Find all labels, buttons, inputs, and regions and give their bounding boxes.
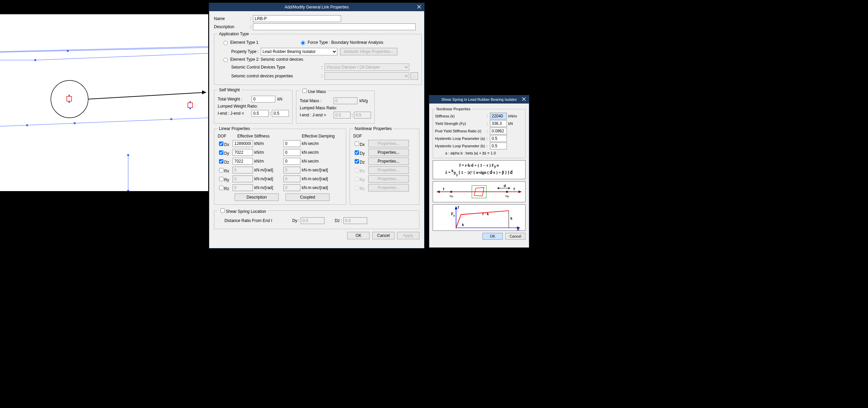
nl-dz-properties-button[interactable]: Properties... [368, 157, 409, 165]
shear-dialog-titlebar[interactable]: Shear Spring in Lead Rubber Bearing Isol… [429, 95, 529, 104]
seismic-prop-select[interactable] [324, 72, 409, 80]
shear-cancel-button[interactable]: Cancel [505, 233, 526, 240]
seismic-prop-browse-button[interactable]: ... [411, 72, 418, 80]
shear-dy-input[interactable] [301, 217, 324, 224]
dof-header: DOF [218, 134, 237, 138]
svg-line-0 [0, 47, 208, 52]
nonlinear-props-legend: Nonlinear Properties [435, 107, 472, 111]
damping-unit: kN·m·sec/[rad] [300, 168, 328, 172]
linear-properties-group: Linear Properties DOF Effective Stiffnes… [214, 126, 346, 205]
linear-row-rz: Rz kN·m/[rad] kN·m·sec/[rad] [218, 183, 342, 192]
close-icon[interactable] [416, 4, 422, 10]
description-button[interactable]: Description [235, 193, 279, 201]
svg-line-5 [35, 53, 208, 60]
element-type-2-radio[interactable]: Element Type 2: Seismic control devices [222, 57, 418, 62]
damping-dy-input[interactable] [283, 149, 300, 156]
shear-spring-checkbox[interactable]: Shear Spring Location [219, 209, 266, 214]
description-input[interactable] [253, 23, 416, 30]
svg-point-13 [51, 80, 88, 118]
nl-ry-checkbox[interactable]: Ry [353, 176, 368, 182]
nl-dx-checkbox[interactable]: Dx [353, 141, 368, 147]
force-type-radio[interactable]: Force Type : Boundary Nonlinear Analysis [299, 40, 383, 45]
mass-iend-input[interactable] [334, 112, 351, 118]
svg-text:r · k: r · k [482, 212, 489, 216]
dof-rx-checkbox[interactable]: Rx [218, 167, 233, 173]
nl-rz-properties-button[interactable]: Properties... [368, 184, 409, 191]
name-input[interactable] [253, 15, 341, 22]
total-mass-input[interactable] [334, 97, 357, 104]
shear-ok-button[interactable]: OK [482, 233, 503, 240]
apply-button[interactable]: Apply [397, 232, 419, 239]
param-input[interactable] [490, 120, 507, 127]
param-label: Hysteretic Loop Parameter (b) [435, 144, 487, 148]
nl-ry-properties-button[interactable]: Properties... [368, 175, 409, 183]
seismic-prop-label: Seismic control devices properties [231, 74, 319, 78]
dy-label: Dy : [292, 218, 299, 223]
stiffness-dz-input[interactable] [233, 158, 253, 165]
nonlinear-props-group: Nonlinear Properties Stiffness (k) : kN/… [433, 107, 526, 158]
param-input[interactable] [490, 135, 507, 142]
svg-point-9 [170, 118, 172, 120]
nl-rz-checkbox[interactable]: Rz [353, 185, 368, 191]
cancel-button[interactable]: Cancel [372, 232, 395, 239]
dof-ry-checkbox[interactable]: Ry [218, 176, 233, 182]
stiffness-unit: kN/m [253, 159, 283, 164]
stiffness-rx-input[interactable] [233, 167, 253, 173]
damping-unit: kN·sec/m [300, 159, 319, 164]
damping-rx-input[interactable] [283, 167, 300, 173]
nl-rx-properties-button[interactable]: Properties... [368, 166, 409, 174]
stiffness-dy-input[interactable] [233, 149, 253, 156]
shear-dz-input[interactable] [343, 217, 367, 224]
svg-point-30 [506, 191, 508, 193]
element-type-1-radio[interactable]: Element Type 1 [222, 40, 258, 45]
coupled-button[interactable]: Coupled [285, 193, 330, 201]
ok-button[interactable]: OK [347, 232, 370, 239]
general-link-properties-dialog: Add/Modify General Link Properties Name … [209, 3, 425, 248]
damping-rz-input[interactable] [283, 184, 300, 191]
mass-jend-input[interactable] [354, 112, 371, 118]
use-mass-checkbox[interactable]: Use Mass [301, 89, 326, 94]
svg-marker-37 [497, 187, 499, 189]
dof-dz-checkbox[interactable]: Dz [218, 158, 233, 165]
nonlinear-row-dz: Dz Properties... [353, 157, 416, 166]
stiffness-dx-input[interactable] [233, 140, 253, 147]
dof-dy-checkbox[interactable]: Dy [218, 149, 233, 156]
nl-dy-checkbox[interactable]: Dy [353, 149, 368, 156]
close-icon[interactable] [521, 96, 527, 102]
nl-rx-checkbox[interactable]: Rx [353, 167, 368, 173]
damping-dz-input[interactable] [283, 158, 300, 165]
param-input[interactable] [490, 143, 507, 149]
self-weight-group: Self Weight Total Weight : kN Lumped Wei… [214, 88, 293, 124]
inelastic-hinge-button[interactable]: Inelastic Hinge Properties... [340, 48, 397, 55]
svg-text:f: f [443, 187, 445, 191]
dof-rz-checkbox[interactable]: Rz [218, 185, 233, 191]
param-input[interactable] [490, 128, 507, 134]
property-type-select[interactable]: Lead Rubber Bearing Isolator [261, 48, 337, 55]
weight-jend-input[interactable] [272, 110, 289, 117]
weight-iend-input[interactable] [252, 110, 269, 117]
stiffness-rz-input[interactable] [233, 184, 253, 191]
dialog-titlebar[interactable]: Add/Modify General Link Properties [209, 3, 424, 11]
dof-dx-checkbox[interactable]: Dx [218, 141, 233, 147]
linear-row-rx: Rx kN·m/[rad] kN·m·sec/[rad] [218, 166, 342, 174]
nl-dy-properties-button[interactable]: Properties... [368, 149, 409, 156]
total-mass-label: Total Mass : [300, 98, 334, 103]
property-type-label: Property Type : [231, 49, 259, 54]
lumped-weight-label: Lumped Weight Ratio: [218, 104, 289, 109]
self-weight-legend: Self Weight [218, 88, 241, 92]
svg-line-1 [0, 48, 208, 52]
seismic-type-select[interactable]: Viscous Damper / Oil Damper [324, 63, 409, 71]
nl-dz-checkbox[interactable]: Dz [353, 158, 368, 165]
shear-spring-location-group: Shear Spring Location Distance Ratio Fro… [214, 207, 419, 229]
stiffness-unit: kN·m/[rad] [253, 185, 283, 190]
damping-unit: kN·sec/m [300, 150, 319, 155]
damping-dx-input[interactable] [283, 140, 300, 147]
nl-dx-properties-button[interactable]: Properties... [368, 140, 409, 147]
total-weight-input[interactable] [252, 96, 275, 103]
model-viewport[interactable] [0, 14, 208, 191]
damping-ry-input[interactable] [283, 175, 300, 182]
shear-spring-dialog: Shear Spring in Lead Rubber Bearing Isol… [429, 95, 529, 248]
svg-text:d: d [504, 184, 506, 188]
stiffness-ry-input[interactable] [233, 175, 253, 182]
param-input[interactable] [490, 113, 507, 119]
